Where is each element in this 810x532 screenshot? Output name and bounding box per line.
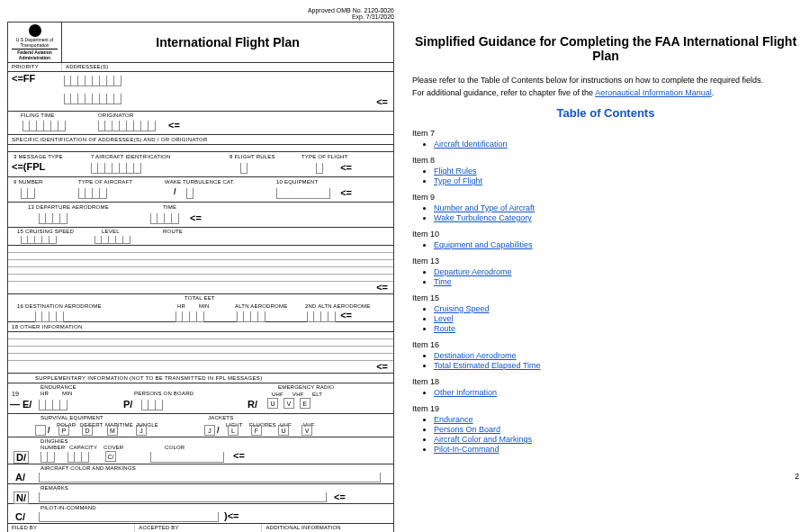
label-accepted-by: ACCEPTED BY	[139, 525, 257, 530]
number-boxes[interactable]	[21, 188, 35, 199]
other-info-field[interactable]: <=	[8, 332, 393, 374]
maritime-box[interactable]: M	[107, 425, 118, 436]
dinghies-cover-box[interactable]: C/	[105, 451, 116, 462]
accolor-field[interactable]	[39, 473, 381, 482]
survival-main-box[interactable]	[35, 425, 46, 436]
level-boxes[interactable]	[94, 236, 130, 244]
equipment-boxes[interactable]	[276, 188, 330, 199]
label-level: LEVEL	[102, 229, 120, 234]
arrow-remarks: <=	[334, 492, 346, 502]
jungle-box[interactable]: J	[136, 425, 147, 436]
jackets-uhf-box[interactable]: U	[278, 425, 289, 436]
toc-link[interactable]: Level	[434, 314, 454, 323]
toc-link[interactable]: Time	[434, 277, 452, 286]
toc-item-li: Departure Aerodrome	[434, 267, 799, 276]
label-route: ROUTE	[163, 229, 183, 234]
toc-item-heading: Item 13	[412, 257, 799, 266]
toc-link[interactable]: Cruising Speed	[434, 304, 490, 313]
pic-field[interactable]	[39, 512, 219, 522]
toc-link[interactable]: Pilot-In-Command	[434, 445, 500, 454]
jackets-main-box[interactable]: J	[204, 425, 215, 436]
toc-item-heading: Item 8	[412, 156, 799, 165]
toc-link[interactable]: Persons On Board	[434, 425, 500, 434]
label-dinghies: DINGHIES	[40, 438, 68, 444]
toc-link[interactable]: Route	[434, 324, 455, 333]
label-total-eet: TOTAL EET	[184, 295, 215, 301]
light-box[interactable]: L	[228, 425, 238, 436]
toc-item-li: Wake Turbulence Category	[434, 213, 799, 222]
time-boxes[interactable]	[150, 213, 179, 224]
toc-item-list: Other Information	[434, 388, 799, 397]
toc-link[interactable]: Type of Flight	[434, 176, 482, 185]
label-equipment: 10 EQUIPMENT	[276, 179, 318, 185]
toc-item: Item 18Other Information	[412, 377, 799, 397]
toc-item-li: Aircraft Identification	[434, 140, 799, 149]
specific-id-field[interactable]	[8, 145, 393, 152]
fluores-box[interactable]: F	[251, 425, 262, 436]
toc-link[interactable]: Flight Rules	[434, 167, 477, 176]
slash-survival: /	[48, 427, 50, 435]
radio-vhf-box[interactable]: V	[284, 398, 294, 409]
toc-item-heading: Item 9	[412, 193, 799, 202]
toc-item: Item 10Equipment and Capabilities	[412, 230, 799, 249]
toc-item-li: Flight Rules	[434, 167, 799, 176]
aircraft-id-boxes[interactable]	[91, 163, 141, 174]
originator-boxes[interactable]	[98, 121, 156, 131]
flight-rules-box[interactable]	[240, 163, 248, 174]
arrow-other: <=	[376, 361, 388, 372]
toc-link[interactable]: Equipment and Capabilities	[434, 240, 533, 249]
label-min: MIN	[199, 303, 210, 309]
toc-link[interactable]: Endurance	[434, 415, 473, 424]
remarks-field[interactable]	[39, 492, 327, 502]
arrow-item13: <=	[190, 213, 202, 223]
dep-aero-boxes[interactable]	[39, 213, 68, 224]
label-originator: ORIGINATOR	[98, 113, 133, 118]
label-uhf: UHF	[272, 392, 284, 397]
endurance-boxes[interactable]	[39, 400, 68, 410]
toc-link[interactable]: Wake Turbulence Category	[434, 213, 532, 222]
type-of-flight-box[interactable]	[316, 163, 323, 174]
cruise-boxes[interactable]	[21, 236, 57, 244]
polar-box[interactable]: P	[58, 425, 69, 436]
dest-boxes[interactable]	[35, 311, 64, 322]
toc-item-li: Other Information	[434, 388, 799, 397]
aim-link[interactable]: Aeronautical Information Manual	[595, 88, 712, 97]
altn2-boxes[interactable]	[307, 311, 336, 322]
label-number: 9 NUMBER	[14, 179, 43, 185]
dinghies-cap-boxes[interactable]	[68, 452, 89, 463]
wake-box[interactable]	[186, 188, 194, 199]
toc-link[interactable]: Departure Aerodrome	[434, 267, 512, 276]
label-dinghies-cover: COVER	[104, 445, 123, 450]
toc-link[interactable]: Number and Type of Aircraft	[434, 203, 535, 212]
toc-item: Item 7Aircraft Identification	[412, 129, 799, 149]
jackets-vhf-box[interactable]: V	[302, 425, 312, 436]
toc-link[interactable]: Destination Aerodrome	[434, 351, 517, 360]
dinghies-color-box[interactable]	[150, 452, 224, 463]
toc-item-li: Total Estimated Elapsed Time	[434, 361, 799, 370]
addressee-boxes-1[interactable]	[64, 76, 122, 86]
filing-time-boxes[interactable]	[22, 121, 66, 131]
toc-item-li: Endurance	[434, 415, 799, 424]
pob-boxes[interactable]	[141, 400, 163, 410]
toc-item-heading: Item 15	[412, 293, 799, 302]
radio-elt-box[interactable]: E	[300, 398, 310, 409]
label-type-of-flight: TYPE OF FLIGHT	[302, 154, 347, 159]
arrow-item10: <=	[340, 188, 352, 198]
arrow-route: <=	[376, 282, 388, 293]
type-aircraft-boxes[interactable]	[78, 188, 107, 199]
eet-boxes[interactable]	[176, 311, 204, 322]
radio-uhf-box[interactable]: U	[267, 398, 278, 409]
toc-item-heading: Item 18	[412, 377, 799, 386]
desert-box[interactable]: D	[82, 425, 93, 436]
route-field[interactable]: <=	[8, 246, 393, 293]
toc-item-li: Time	[434, 277, 799, 286]
toc-item: Item 9Number and Type of AircraftWake Tu…	[412, 193, 799, 222]
toc-link[interactable]: Aircraft Color and Markings	[434, 435, 532, 444]
dinghies-num-boxes[interactable]	[40, 452, 55, 463]
toc-link[interactable]: Aircraft Identification	[434, 140, 508, 149]
label-19: 19	[12, 391, 19, 397]
addressee-boxes-2[interactable]	[64, 94, 122, 104]
toc-link[interactable]: Other Information	[434, 388, 497, 397]
toc-link[interactable]: Total Estimated Elapsed Time	[434, 361, 541, 370]
altn-boxes[interactable]	[237, 311, 266, 322]
